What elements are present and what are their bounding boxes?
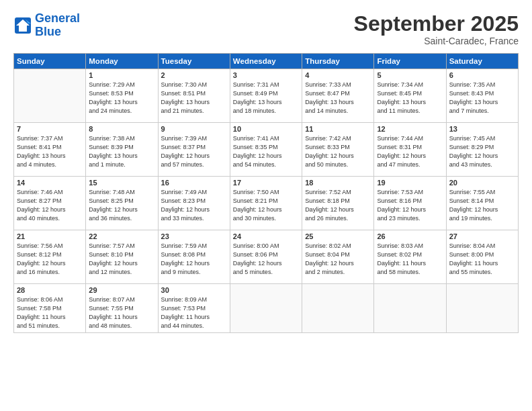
- header: General Blue September 2025 Saint-Carade…: [13, 12, 519, 46]
- calendar-cell: [374, 284, 446, 333]
- calendar-cell: 29Sunrise: 8:07 AM Sunset: 7:55 PM Dayli…: [86, 284, 158, 333]
- title-block: September 2025 Saint-Caradec, France: [354, 12, 519, 46]
- day-number: 9: [161, 125, 227, 133]
- calendar-cell: 5Sunrise: 7:34 AM Sunset: 8:45 PM Daylig…: [374, 69, 446, 123]
- day-number: 30: [161, 286, 227, 294]
- day-number: 19: [377, 179, 443, 187]
- day-info: Sunrise: 8:02 AM Sunset: 8:04 PM Dayligh…: [305, 242, 371, 277]
- col-monday: Monday: [86, 54, 158, 69]
- day-number: 24: [233, 232, 299, 240]
- calendar-cell: 10Sunrise: 7:41 AM Sunset: 8:35 PM Dayli…: [230, 123, 302, 177]
- col-wednesday: Wednesday: [230, 54, 302, 69]
- day-number: 12: [377, 125, 443, 133]
- day-number: 4: [305, 71, 371, 79]
- calendar-cell: 26Sunrise: 8:03 AM Sunset: 8:02 PM Dayli…: [374, 230, 446, 284]
- day-number: 26: [377, 232, 443, 240]
- calendar-cell: 20Sunrise: 7:55 AM Sunset: 8:14 PM Dayli…: [446, 177, 518, 230]
- day-number: 10: [233, 125, 299, 133]
- calendar-cell: 8Sunrise: 7:38 AM Sunset: 8:39 PM Daylig…: [86, 123, 158, 177]
- day-info: Sunrise: 7:33 AM Sunset: 8:47 PM Dayligh…: [305, 81, 371, 116]
- calendar-cell: 2Sunrise: 7:30 AM Sunset: 8:51 PM Daylig…: [158, 69, 230, 123]
- day-info: Sunrise: 7:39 AM Sunset: 8:37 PM Dayligh…: [161, 134, 227, 169]
- day-info: Sunrise: 7:30 AM Sunset: 8:51 PM Dayligh…: [161, 81, 227, 116]
- day-number: 6: [449, 71, 515, 79]
- calendar-header-row: Sunday Monday Tuesday Wednesday Thursday…: [14, 54, 519, 69]
- col-thursday: Thursday: [302, 54, 374, 69]
- day-info: Sunrise: 7:31 AM Sunset: 8:49 PM Dayligh…: [233, 81, 299, 116]
- calendar-cell: 21Sunrise: 7:56 AM Sunset: 8:12 PM Dayli…: [14, 230, 86, 284]
- calendar-cell: 11Sunrise: 7:42 AM Sunset: 8:33 PM Dayli…: [302, 123, 374, 177]
- calendar-cell: 24Sunrise: 8:00 AM Sunset: 8:06 PM Dayli…: [230, 230, 302, 284]
- day-info: Sunrise: 7:55 AM Sunset: 8:14 PM Dayligh…: [449, 188, 515, 223]
- calendar-cell: 4Sunrise: 7:33 AM Sunset: 8:47 PM Daylig…: [302, 69, 374, 123]
- calendar-cell: [446, 284, 518, 333]
- day-info: Sunrise: 7:59 AM Sunset: 8:08 PM Dayligh…: [161, 242, 227, 277]
- day-info: Sunrise: 7:41 AM Sunset: 8:35 PM Dayligh…: [233, 134, 299, 169]
- day-number: 23: [161, 232, 227, 240]
- calendar-cell: 13Sunrise: 7:45 AM Sunset: 8:29 PM Dayli…: [446, 123, 518, 177]
- day-number: 16: [161, 179, 227, 187]
- calendar-cell: 9Sunrise: 7:39 AM Sunset: 8:37 PM Daylig…: [158, 123, 230, 177]
- calendar-week-row: 21Sunrise: 7:56 AM Sunset: 8:12 PM Dayli…: [14, 230, 519, 284]
- col-tuesday: Tuesday: [158, 54, 230, 69]
- day-info: Sunrise: 7:53 AM Sunset: 8:16 PM Dayligh…: [377, 188, 443, 223]
- logo-line2: Blue: [35, 25, 61, 38]
- day-info: Sunrise: 7:34 AM Sunset: 8:45 PM Dayligh…: [377, 81, 443, 116]
- day-number: 15: [89, 179, 154, 187]
- calendar-cell: [14, 69, 86, 123]
- day-number: 18: [305, 179, 371, 187]
- calendar-cell: 25Sunrise: 8:02 AM Sunset: 8:04 PM Dayli…: [302, 230, 374, 284]
- day-info: Sunrise: 7:56 AM Sunset: 8:12 PM Dayligh…: [17, 242, 83, 277]
- location: Saint-Caradec, France: [354, 36, 519, 46]
- calendar-cell: 16Sunrise: 7:49 AM Sunset: 8:23 PM Dayli…: [158, 177, 230, 230]
- col-friday: Friday: [374, 54, 446, 69]
- day-info: Sunrise: 7:46 AM Sunset: 8:27 PM Dayligh…: [17, 188, 83, 223]
- day-info: Sunrise: 7:50 AM Sunset: 8:21 PM Dayligh…: [233, 188, 299, 223]
- day-number: 1: [89, 71, 154, 79]
- logo-text: General Blue: [35, 12, 80, 39]
- day-info: Sunrise: 7:48 AM Sunset: 8:25 PM Dayligh…: [89, 188, 154, 223]
- calendar-cell: [230, 284, 302, 333]
- day-number: 17: [233, 179, 299, 187]
- calendar-cell: 14Sunrise: 7:46 AM Sunset: 8:27 PM Dayli…: [14, 177, 86, 230]
- day-info: Sunrise: 8:06 AM Sunset: 7:58 PM Dayligh…: [17, 295, 83, 330]
- col-sunday: Sunday: [14, 54, 86, 69]
- day-number: 5: [377, 71, 443, 79]
- day-number: 13: [449, 125, 515, 133]
- day-info: Sunrise: 7:49 AM Sunset: 8:23 PM Dayligh…: [161, 188, 227, 223]
- day-number: 25: [305, 232, 371, 240]
- day-info: Sunrise: 8:03 AM Sunset: 8:02 PM Dayligh…: [377, 242, 443, 277]
- calendar-cell: 6Sunrise: 7:35 AM Sunset: 8:43 PM Daylig…: [446, 69, 518, 123]
- day-info: Sunrise: 7:57 AM Sunset: 8:10 PM Dayligh…: [89, 242, 154, 277]
- day-info: Sunrise: 7:42 AM Sunset: 8:33 PM Dayligh…: [305, 134, 371, 169]
- day-number: 29: [89, 286, 154, 294]
- logo-line1: General: [35, 11, 80, 25]
- calendar-cell: 19Sunrise: 7:53 AM Sunset: 8:16 PM Dayli…: [374, 177, 446, 230]
- calendar-cell: 30Sunrise: 8:09 AM Sunset: 7:53 PM Dayli…: [158, 284, 230, 333]
- day-number: 20: [449, 179, 515, 187]
- calendar-week-row: 1Sunrise: 7:29 AM Sunset: 8:53 PM Daylig…: [14, 69, 519, 123]
- page: General Blue September 2025 Saint-Carade…: [0, 0, 532, 411]
- day-info: Sunrise: 8:04 AM Sunset: 8:00 PM Dayligh…: [449, 242, 515, 277]
- calendar-cell: 23Sunrise: 7:59 AM Sunset: 8:08 PM Dayli…: [158, 230, 230, 284]
- calendar-cell: 12Sunrise: 7:44 AM Sunset: 8:31 PM Dayli…: [374, 123, 446, 177]
- calendar-week-row: 28Sunrise: 8:06 AM Sunset: 7:58 PM Dayli…: [14, 284, 519, 333]
- calendar-week-row: 7Sunrise: 7:37 AM Sunset: 8:41 PM Daylig…: [14, 123, 519, 177]
- day-info: Sunrise: 7:52 AM Sunset: 8:18 PM Dayligh…: [305, 188, 371, 223]
- calendar-week-row: 14Sunrise: 7:46 AM Sunset: 8:27 PM Dayli…: [14, 177, 519, 230]
- calendar-cell: 1Sunrise: 7:29 AM Sunset: 8:53 PM Daylig…: [86, 69, 158, 123]
- logo: General Blue: [13, 12, 80, 39]
- day-number: 27: [449, 232, 515, 240]
- calendar-cell: 22Sunrise: 7:57 AM Sunset: 8:10 PM Dayli…: [86, 230, 158, 284]
- col-saturday: Saturday: [446, 54, 518, 69]
- day-info: Sunrise: 7:35 AM Sunset: 8:43 PM Dayligh…: [449, 81, 515, 116]
- day-number: 14: [17, 179, 83, 187]
- logo-icon: [13, 16, 32, 35]
- day-info: Sunrise: 7:37 AM Sunset: 8:41 PM Dayligh…: [17, 134, 83, 169]
- day-info: Sunrise: 7:44 AM Sunset: 8:31 PM Dayligh…: [377, 134, 443, 169]
- day-info: Sunrise: 7:45 AM Sunset: 8:29 PM Dayligh…: [449, 134, 515, 169]
- day-info: Sunrise: 8:00 AM Sunset: 8:06 PM Dayligh…: [233, 242, 299, 277]
- day-info: Sunrise: 8:09 AM Sunset: 7:53 PM Dayligh…: [161, 295, 227, 330]
- calendar-cell: [302, 284, 374, 333]
- calendar-cell: 15Sunrise: 7:48 AM Sunset: 8:25 PM Dayli…: [86, 177, 158, 230]
